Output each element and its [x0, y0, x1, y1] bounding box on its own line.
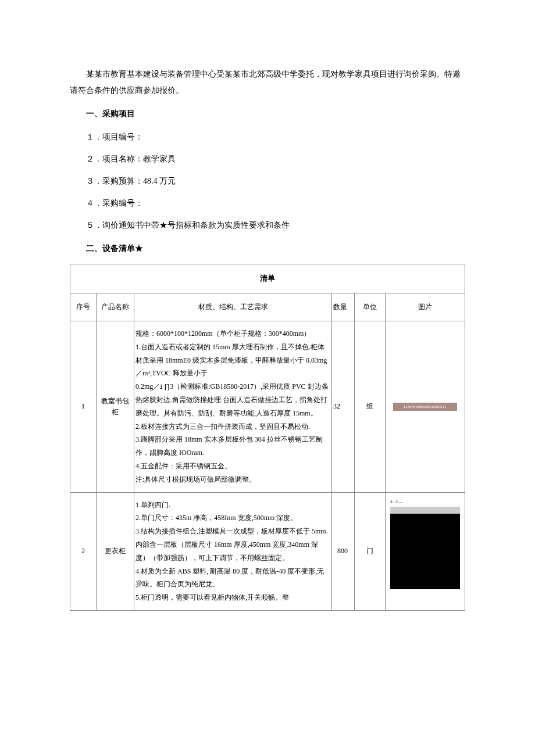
list-item-2: ２．项目名称：教学家具 [70, 151, 465, 167]
list-item-1: １．项目编号： [70, 129, 465, 145]
row1-img-cell: I1IMBIBBaMSaiiMll11 [386, 321, 465, 492]
list-item-4: ４．采购编号： [70, 195, 465, 212]
row1-qty: 32 [332, 321, 355, 492]
product-image-placeholder: 4-Z— [390, 499, 460, 590]
row2-seq: 2 [70, 492, 97, 610]
table-caption: 清单 [70, 264, 465, 293]
row2-unit: 门 [355, 492, 386, 610]
equipment-table: 清单 序号 产品名称 材质、结构、工艺需求 数量 单位 图片 1 教室书包柜 规… [70, 264, 465, 611]
image-block-top [390, 507, 460, 514]
section-2-title: 二、设备清单★ [70, 241, 465, 257]
row1-seq: 1 [70, 321, 97, 492]
intro-paragraph: 某某市教育基本建设与装备管理中心受某某市北郊高级中学委托，现对教学家具项目进行询… [70, 66, 465, 99]
image-label: 4-Z— [390, 499, 460, 507]
col-qty-header: 数量 [332, 293, 355, 321]
table-row: 1 教室书包柜 规格：6000*100*1200mm（单个柜子规格：300*40… [70, 321, 465, 492]
list-item-5: ５．询价通知书中带★号指标和条款为实质性要求和条件 [70, 217, 465, 234]
image-block-main [390, 514, 460, 589]
row2-qty: 800 [332, 492, 355, 610]
col-spec-header: 材质、结构、工艺需求 [134, 293, 332, 321]
col-unit-header: 单位 [355, 293, 386, 321]
col-name-header: 产品名称 [97, 293, 134, 321]
row1-name: 教室书包柜 [97, 321, 134, 492]
table-header-row: 序号 产品名称 材质、结构、工艺需求 数量 单位 图片 [70, 293, 465, 321]
row1-spec: 规格：6000*100*1200mm（单个柜子规格：300*400mm） 1.台… [134, 321, 332, 492]
product-image-placeholder: I1IMBIBBaMSaiiMll11 [393, 403, 457, 411]
row2-img-cell: 4-Z— [386, 492, 465, 610]
row1-unit: 组 [355, 321, 386, 492]
list-item-3: ３．采购预算：48.4 万元 [70, 173, 465, 189]
row2-name: 更衣柜 [97, 492, 134, 610]
section-1-title: 一、采购项目 [70, 106, 465, 122]
col-seq-header: 序号 [70, 293, 97, 321]
row2-spec: 1 单列四门. 2.单门尺寸：435m 净高，458Inm 宽度,500mm 深… [134, 492, 332, 610]
col-img-header: 图片 [386, 293, 465, 321]
table-row: 2 更衣柜 1 单列四门. 2.单门尺寸：435m 净高，458Inm 宽度,5… [70, 492, 465, 610]
